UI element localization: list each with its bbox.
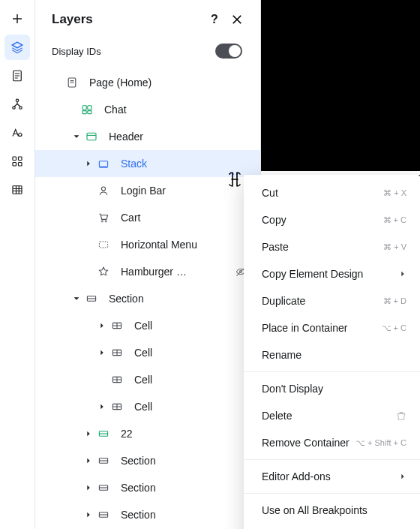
panel-header: Layers ? [35,0,260,36]
display-ids-toggle[interactable] [215,44,242,59]
chevron-right-icon[interactable] [83,457,94,464]
menu-item[interactable]: Don't Display [244,375,420,402]
menu-shortcut: ⌘ + C [383,215,406,225]
display-ids-label: Display IDs [52,46,215,57]
star-icon [97,265,110,278]
chevron-right-icon[interactable] [83,160,94,167]
menu-item[interactable]: Arrange [244,524,420,529]
cell-icon [110,346,124,359]
svg-rect-13 [88,111,92,114]
chevron-right-icon[interactable] [97,322,107,329]
display-ids-row: Display IDs [35,36,260,69]
menu-item-label: Cut [262,187,278,199]
help-icon[interactable]: ? [208,13,221,26]
chevron-right-icon[interactable] [83,484,94,491]
layer-label: Hamburger … [121,266,187,278]
svg-rect-6 [13,163,16,167]
layer-label: Section [109,293,144,305]
layer-row[interactable]: 22 [35,420,260,447]
layer-row[interactable]: Cell [35,393,260,420]
page-icon [65,76,79,89]
layer-row[interactable]: Page (Home) [35,69,260,96]
layer-row[interactable]: Cell [35,339,260,366]
svg-rect-10 [82,106,86,110]
layer-row[interactable]: Cell [35,366,260,393]
menu-item[interactable]: Paste⌘ + V [244,233,420,260]
layer-row[interactable]: Section [35,474,260,501]
layers-panel: Layers ? Display IDs Page (Home)ChatHead… [35,0,261,529]
layer-label: Cart [121,212,140,224]
chevron-right-icon [399,270,406,278]
chevron-down-icon[interactable] [71,295,82,302]
svg-point-18 [105,221,106,222]
layer-row[interactable]: Header [35,123,260,150]
layer-label: Horizontal Menu [121,239,197,251]
rail-item-data[interactable] [4,177,30,203]
rail-item-theme[interactable] [4,120,30,146]
close-icon[interactable] [230,13,244,26]
menu-item[interactable]: Editor Add-ons [244,463,420,490]
menu-item-label: Place in Container [262,322,347,334]
menu-item[interactable]: Duplicate⌘ + D [244,287,420,314]
chevron-right-icon[interactable] [83,430,94,437]
layer-row[interactable]: Stack [35,150,260,177]
menu-shortcut: ⌘ + V [383,242,406,252]
chat-icon [80,103,94,116]
chevron-right-icon[interactable] [83,511,94,518]
rail-item-layers[interactable] [4,35,30,60]
layer-row[interactable]: Section [35,447,260,474]
layer-row[interactable]: Chat [35,96,260,123]
menu-item-label: Copy [262,214,286,226]
panel-title: Layers [52,12,199,27]
menu-item-label: Don't Display [262,383,323,395]
layer-tree: Page (Home)ChatHeaderStackLogin BarCartH… [35,69,260,529]
menu-item[interactable]: Delete [244,402,420,429]
svg-rect-5 [19,157,22,161]
left-rail [0,0,35,529]
svg-rect-8 [13,186,22,194]
rail-item-site-structure[interactable] [4,92,30,117]
layer-row[interactable]: Section [35,285,260,312]
layer-row[interactable]: Horizontal Menu [35,231,260,258]
svg-rect-11 [88,106,92,110]
svg-rect-19 [99,242,107,248]
cell-icon [110,319,124,332]
menu-item[interactable]: Copy Element Design [244,260,420,287]
layer-row[interactable]: Section [35,501,260,528]
login-icon [97,184,110,197]
layer-row[interactable]: Hamburger … [35,258,260,285]
svg-rect-14 [87,133,96,140]
layer-row[interactable]: Cell [35,312,260,339]
rail-item-add[interactable] [4,6,30,32]
menu-item[interactable]: Cut⌘ + X [244,179,420,206]
layer-row[interactable]: Cart [35,204,260,231]
rail-item-pages[interactable] [4,63,30,89]
menu-item-label: Copy Element Design [262,268,363,280]
cell-icon [110,373,124,386]
chevron-right-icon[interactable] [97,349,107,356]
layer-label: Section [121,509,156,521]
layer-label: Chat [104,104,127,116]
layer-label: Cell [134,401,152,413]
menu-item[interactable]: Rename [244,341,420,368]
cart-icon [97,211,110,224]
section-icon [97,508,110,521]
menu-shortcut: ⌥ + Shift + C [356,438,406,448]
menu-shortcut: ⌘ + X [383,188,406,198]
layer-label: Header [109,131,143,143]
chevron-right-icon[interactable] [97,403,107,410]
menu-separator [244,493,420,494]
menu-item[interactable]: Remove Container⌥ + Shift + C [244,429,420,456]
menu-item[interactable]: Place in Container⌥ + C [244,314,420,341]
svg-rect-15 [99,161,107,167]
menu-shortcut: ⌥ + C [382,323,406,333]
menu-item[interactable]: Copy⌘ + C [244,206,420,233]
rail-item-apps[interactable] [4,149,30,174]
menu-item[interactable]: Use on All Breakpoints [244,497,420,524]
chevron-down-icon[interactable] [71,133,82,140]
svg-rect-7 [19,163,22,167]
menu-item-label: Duplicate [262,295,305,307]
svg-point-17 [101,221,103,222]
layer-row[interactable]: Login Bar [35,177,260,204]
menu-item-label: Delete [262,410,292,422]
